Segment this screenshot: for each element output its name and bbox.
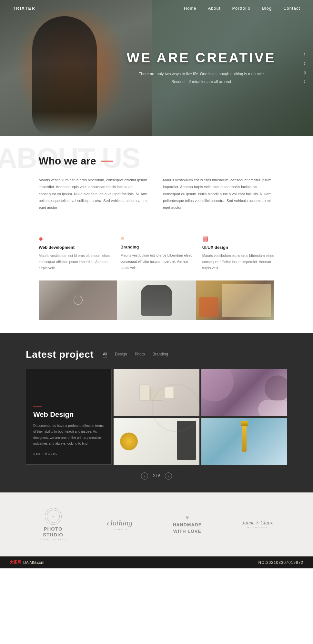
nav-links: Home About Portfolio Blog Contact <box>184 6 300 11</box>
pagination-next[interactable]: › <box>165 472 172 480</box>
about-cols: Mauris vestibulum est id eros bibendum, … <box>39 177 274 211</box>
hero-title: WE ARE CREATIVE <box>127 50 276 66</box>
portfolio-tabs: All Design Photo Branding <box>103 352 168 357</box>
pagination-info: 2 / 6 <box>153 474 160 478</box>
portfolio-img-coin[interactable] <box>114 418 199 465</box>
nav-logo: TRIXTER <box>13 6 35 11</box>
tab-design[interactable]: Design <box>115 352 127 357</box>
nav-portfolio[interactable]: Portfolio <box>232 6 250 11</box>
brands-section: ✦ PHOTOSTUDIO SINCE THE YEAR clothing FA… <box>0 492 313 556</box>
ui-ux-title: UI/UX design <box>202 245 274 250</box>
ui-ux-icon: ▤ <box>202 235 274 242</box>
tab-all[interactable]: All <box>103 352 107 357</box>
handmade-label: HANDMADEWITH LOVE <box>173 522 202 534</box>
web-dev-icon: ◈ <box>39 235 111 242</box>
about-heading: Who we are <box>39 155 274 167</box>
service-images: + <box>39 280 274 320</box>
portfolio-header: Latest project All Design Photo Branding <box>26 349 287 360</box>
service-web-dev: ◈ Web development Mauris vestibulum est … <box>39 235 111 271</box>
about-divider <box>39 223 274 223</box>
about-text-col2: Mauris vestibulum est id eros bibendum, … <box>163 177 274 211</box>
navbar: TRIXTER Home About Portfolio Blog Contac… <box>0 0 313 16</box>
featured-see-link[interactable]: SEE PROJECT <box>33 452 104 455</box>
handmade-heart-icon: ♥ <box>186 514 189 521</box>
service-branding: ≡ Branding Mauris vestibulum est id eros… <box>120 235 192 271</box>
featured-text: Documentaries have a profound effect in … <box>33 423 104 447</box>
branding-title: Branding <box>120 245 192 249</box>
portfolio-section: VECTOR • PHOTO • FONT • Preview daimg.co… <box>0 333 313 492</box>
service-ui-ux: ▤ UI/UX design Mauris vestibulum est id … <box>202 235 274 271</box>
photo-studio-circle: ✦ <box>45 508 62 525</box>
heading-accent-line <box>101 161 113 162</box>
nav-contact[interactable]: Contact <box>283 6 300 11</box>
pagination-prev[interactable]: ‹ <box>141 472 148 480</box>
web-dev-text: Mauris vestibulum est id eros bibendum e… <box>39 253 111 271</box>
hero-subtitle-1: There are only two ways to live life. On… <box>127 70 276 78</box>
twitter-icon[interactable]: t <box>304 61 306 66</box>
jaime-claire-label: Jaime × Claire <box>242 520 273 526</box>
branding-icon: ≡ <box>120 235 192 242</box>
portfolio-featured[interactable]: Web Design Documentaries have a profound… <box>26 369 112 465</box>
footer-url: DAIMG.com <box>23 560 44 565</box>
portfolio-pagination: ‹ 2 / 6 › <box>26 472 287 480</box>
featured-title: Web Design <box>33 410 104 419</box>
pinterest-icon[interactable]: p <box>304 70 306 75</box>
branding-text: Mauris vestibulum est id eros bibendum e… <box>120 252 192 270</box>
facebook-icon[interactable]: f <box>304 52 306 57</box>
footer-brand: 大图网 <box>10 560 21 565</box>
web-dev-title: Web development <box>39 245 111 250</box>
brand-handmade: ♥ HANDMADEWITH LOVE <box>173 514 202 534</box>
nav-blog[interactable]: Blog <box>262 6 272 11</box>
footer-right: NO:202103307019872 <box>258 560 303 565</box>
service-img-1[interactable]: + <box>39 280 117 320</box>
tumblr-icon[interactable]: t <box>304 79 306 84</box>
brand-photo-studio: ✦ PHOTOSTUDIO SINCE THE YEAR <box>40 508 67 541</box>
portfolio-img-boxes[interactable] <box>114 369 199 416</box>
brand-jaime-claire: Jaime × Claire HANDMADE <box>242 520 273 529</box>
photo-studio-label: PHOTOSTUDIO <box>43 526 63 538</box>
tab-branding[interactable]: Branding <box>153 352 168 357</box>
tab-photo[interactable]: Photo <box>135 352 145 357</box>
hero-subtitle-2: Second – if miracles are all around <box>127 78 276 86</box>
photo-studio-sub: SINCE THE YEAR <box>40 538 67 541</box>
hero-content: WE ARE CREATIVE There are only two ways … <box>127 50 276 86</box>
about-text-col1: Mauris vestibulum est id eros bibendum, … <box>39 177 150 211</box>
hero-section: TRIXTER Home About Portfolio Blog Contac… <box>0 0 313 136</box>
portfolio-grid: Web Design Documentaries have a profound… <box>26 369 287 465</box>
service-img-2[interactable] <box>117 280 196 320</box>
nav-home[interactable]: Home <box>184 6 197 11</box>
jaime-claire-sub: HANDMADE <box>247 526 268 529</box>
nav-about[interactable]: About <box>208 6 220 11</box>
about-section: ABOUT US Who we are Mauris vestibulum es… <box>0 136 313 333</box>
ui-ux-text: Mauris vestibulum est id eros bibendum e… <box>202 253 274 271</box>
services-grid: ◈ Web development Mauris vestibulum est … <box>39 235 274 271</box>
portfolio-title: Latest project <box>26 349 94 360</box>
hero-social-icons: f t p t <box>304 52 306 84</box>
footer-left: 大图网 DAIMG.com <box>10 560 44 565</box>
footer-bar: 大图网 DAIMG.com NO:202103307019872 <box>0 556 313 568</box>
portfolio-img-swirl[interactable] <box>201 369 287 416</box>
clothing-sub: FASHION <box>112 528 128 531</box>
featured-accent-line <box>33 406 42 406</box>
service-img-3[interactable] <box>196 280 274 320</box>
portfolio-img-tube[interactable] <box>201 418 287 465</box>
brand-clothing: clothing FASHION <box>107 519 133 531</box>
clothing-label: clothing <box>107 519 133 527</box>
